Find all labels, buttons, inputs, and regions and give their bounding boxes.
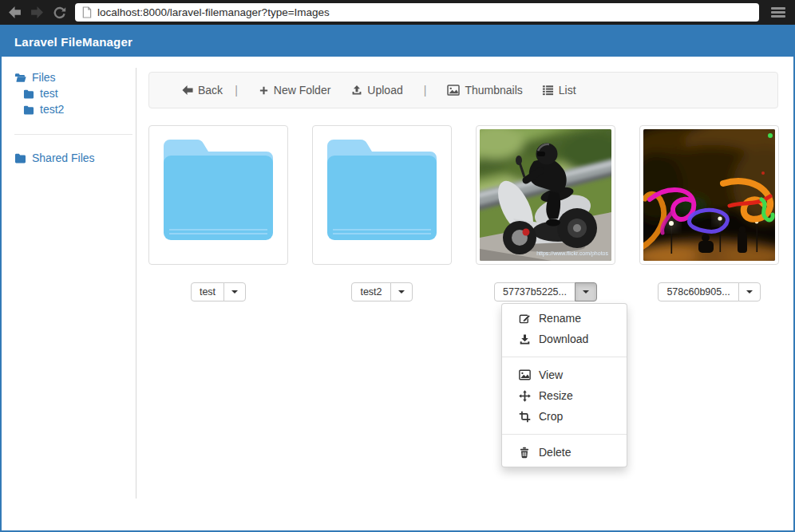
- grid-item-folder-test2[interactable]: [312, 125, 452, 265]
- folder-icon: [23, 89, 34, 99]
- edit-icon: [518, 313, 531, 325]
- page-icon: [81, 6, 92, 18]
- item-name-button[interactable]: 57737b5225...: [494, 282, 575, 301]
- sidebar-item-test2[interactable]: test2: [14, 101, 132, 117]
- grid-item-image-lightpainting[interactable]: [639, 125, 779, 265]
- menu-item-view[interactable]: View: [502, 365, 627, 385]
- watermark-text: https://www.flickr.com/photos: [536, 250, 608, 257]
- menu-divider: [502, 434, 627, 435]
- upload-icon: [351, 85, 362, 96]
- lightpainting-thumbnail: [643, 129, 775, 261]
- sidebar-item-label: Files: [32, 71, 56, 84]
- caret-down-icon: [231, 290, 238, 294]
- upload-button[interactable]: Upload: [351, 84, 402, 97]
- filemanager-panel: Laravel FileManager Files: [0, 25, 795, 532]
- item-actions-test2: test2: [312, 282, 452, 301]
- image-icon: [447, 85, 460, 96]
- menu-item-delete[interactable]: Delete: [502, 442, 627, 463]
- sidebar-item-label: test2: [40, 103, 64, 116]
- item-actions-lightpainting: 578c60b905...: [639, 282, 779, 301]
- url-text: localhost:8000/laravel-filemanager?type=…: [97, 6, 330, 18]
- list-icon: [542, 85, 554, 96]
- motorcycle-thumbnail: https://www.flickr.com/photos: [480, 129, 611, 261]
- move-icon: [518, 390, 531, 402]
- item-dropdown-motorcycle: 57737b5225...: [494, 282, 597, 301]
- browser-refresh-icon[interactable]: [53, 6, 66, 19]
- panel-body: Files test test2: [2, 57, 793, 530]
- menu-item-resize[interactable]: Resize: [502, 385, 627, 406]
- menu-item-download[interactable]: Download: [502, 329, 627, 349]
- sidebar-item-files[interactable]: Files: [14, 69, 132, 85]
- browser-forward-icon[interactable]: [30, 6, 44, 19]
- caret-down-icon: [583, 290, 589, 294]
- new-folder-button[interactable]: New Folder: [259, 84, 331, 97]
- item-dropdown-lightpainting: 578c60b905...: [658, 282, 760, 301]
- item-caret-button[interactable]: [575, 282, 597, 301]
- browser-back-icon[interactable]: [8, 6, 22, 19]
- grid-item-folder-test[interactable]: [148, 125, 288, 265]
- folder-thumbnail-icon: [157, 129, 279, 261]
- sidebar-item-test[interactable]: test: [14, 85, 132, 101]
- folder-open-icon: [14, 72, 26, 83]
- trash-icon: [518, 447, 531, 459]
- list-button[interactable]: List: [542, 84, 576, 97]
- address-bar[interactable]: localhost:8000/laravel-filemanager?type=…: [75, 3, 759, 22]
- menu-divider: [502, 357, 627, 357]
- item-context-menu: Rename Download: [501, 303, 627, 467]
- image-icon: [518, 369, 531, 380]
- item-name-button[interactable]: test: [191, 282, 224, 301]
- item-dropdown-test2: test2: [351, 282, 412, 301]
- sidebar-item-label: Shared Files: [32, 152, 95, 164]
- download-icon: [518, 333, 531, 345]
- folder-thumbnail-icon: [321, 129, 443, 261]
- toolbar: Back | New Folder Upload |: [148, 72, 778, 108]
- folder-icon: [14, 152, 26, 164]
- grid-item-image-motorcycle[interactable]: https://www.flickr.com/photos: [476, 125, 615, 265]
- folder-icon: [23, 104, 34, 115]
- crop-icon: [518, 411, 531, 423]
- plus-icon: [259, 85, 269, 96]
- toolbar-separator: |: [235, 84, 238, 97]
- item-name-button[interactable]: 578c60b905...: [658, 282, 738, 301]
- thumbnails-button[interactable]: Thumbnails: [447, 84, 522, 97]
- back-arrow-icon: [182, 85, 193, 96]
- browser-chrome: localhost:8000/laravel-filemanager?type=…: [0, 0, 795, 25]
- page-title: Laravel FileManager: [14, 35, 132, 49]
- caret-down-icon: [746, 290, 753, 294]
- back-button[interactable]: Back: [182, 84, 223, 97]
- item-caret-button[interactable]: [390, 282, 413, 301]
- sidebar: Files test test2: [14, 69, 132, 166]
- caret-down-icon: [398, 290, 405, 294]
- menu-item-rename[interactable]: Rename: [502, 308, 627, 329]
- sidebar-divider: [14, 134, 132, 135]
- content-divider: [136, 68, 136, 499]
- sidebar-item-shared-files[interactable]: Shared Files: [14, 150, 132, 166]
- item-actions-test: test: [148, 282, 288, 301]
- item-actions-motorcycle: 57737b5225...: [476, 282, 615, 301]
- browser-menu-icon[interactable]: [771, 7, 785, 18]
- menu-item-crop[interactable]: Crop: [502, 406, 627, 427]
- sidebar-item-label: test: [40, 87, 58, 100]
- item-caret-button[interactable]: [223, 282, 246, 301]
- item-name-button[interactable]: test2: [351, 282, 390, 301]
- item-dropdown-test: test: [191, 282, 246, 301]
- toolbar-separator: |: [424, 84, 427, 97]
- app-header: Laravel FileManager: [2, 26, 793, 57]
- item-caret-button[interactable]: [738, 282, 761, 301]
